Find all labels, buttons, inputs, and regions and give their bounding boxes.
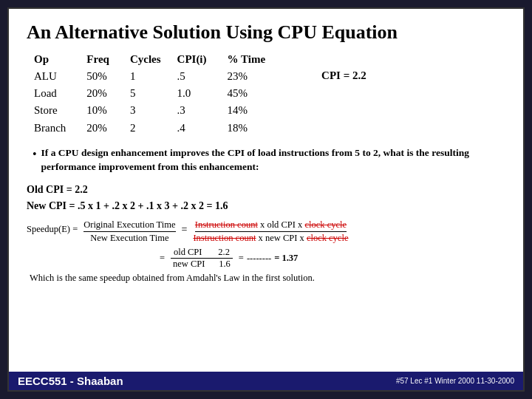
col-freq: Freq 50% 20% 10% 20%	[86, 51, 109, 137]
slide: An Alternative Solution Using CPU Equati…	[7, 7, 525, 392]
col-cycles: Cycles 1 5 3 2	[130, 51, 161, 137]
final-val-text: --------	[247, 253, 271, 265]
old-new-row: = old CPI 2.2 new CPI 1.6 = -------- = 1…	[160, 247, 505, 270]
col-cpi-alu: .5	[177, 68, 207, 85]
footer-bar: EECC551 - Shaaban #57 Lec #1 Winter 2000…	[9, 372, 523, 390]
col-freq-branch: 20%	[86, 120, 109, 137]
frac2-num-text: Instruction count x old CPI x clock cycl…	[195, 219, 347, 230]
col-freq-store: 10%	[86, 102, 109, 119]
col-op-load: Load	[34, 85, 66, 102]
col-cpi-header: CPI(i)	[177, 51, 207, 68]
col-op-alu: ALU	[34, 68, 66, 85]
which-same: Which is the same speedup obtained from …	[30, 273, 505, 284]
col-pct-branch: 18%	[228, 120, 266, 137]
col-op-store: Store	[34, 102, 66, 119]
frac2-den-strike: Instruction count	[193, 233, 256, 243]
col-cpi-store: .3	[177, 102, 207, 119]
speedup-section: Speedup(E) = Original Execution Time New…	[27, 219, 505, 244]
speedup-frac2: Instruction count x old CPI x clock cycl…	[193, 219, 348, 244]
final-frac-top-val: 2.2	[218, 247, 230, 257]
old-new-cpi: Old CPI = 2.2 New CPI = .5 x 1 + .2 x 2 …	[27, 182, 505, 215]
slide-title: An Alternative Solution Using CPU Equati…	[27, 22, 505, 44]
final-frac: old CPI 2.2 new CPI 1.6	[170, 247, 233, 270]
col-freq-alu: 50%	[86, 68, 109, 85]
col-pct-load: 45%	[228, 85, 266, 102]
frac2-den: Instruction count x new CPI x clock cycl…	[193, 232, 348, 244]
col-pct: % Time 23% 45% 14% 18%	[228, 51, 266, 137]
col-pct-store: 14%	[228, 102, 266, 119]
col-cpi-branch: .4	[177, 120, 207, 137]
equals3: =	[239, 253, 244, 264]
frac2-num: Instruction count x old CPI x clock cycl…	[195, 219, 347, 232]
cpi-eq: CPI = 2.2	[321, 69, 366, 82]
col-op-header: Op	[34, 51, 66, 68]
col-pct-header: % Time	[228, 51, 266, 68]
equals2: =	[160, 253, 165, 264]
old-cpi-line: Old CPI = 2.2	[27, 182, 505, 198]
final-frac-top-label: old CPI	[174, 247, 202, 257]
col-freq-load: 20%	[86, 85, 109, 102]
speedup-label: Speedup(E) =	[27, 219, 78, 235]
old-new-section: = old CPI 2.2 new CPI 1.6 = -------- = 1…	[27, 247, 505, 270]
speedup-frac1: Original Execution Time New Execution Ti…	[83, 219, 175, 244]
new-cpi-line: New CPI = .5 x 1 + .2 x 2 + .1 x 3 + .2 …	[27, 198, 505, 214]
col-op: Op ALU Load Store Branch	[34, 51, 66, 137]
footer-title: EECC551 - Shaaban	[18, 375, 123, 387]
col-freq-header: Freq	[86, 51, 109, 68]
table-right: Op ALU Load Store Branch Freq 50% 20% 10…	[34, 51, 366, 137]
frac1-num: Original Execution Time	[83, 219, 175, 232]
col-cycles-store: 3	[130, 102, 161, 119]
col-cpi-load: 1.0	[177, 85, 207, 102]
bullet-text: If a CPU design enhancement improves the…	[41, 146, 505, 174]
final-frac-top: old CPI 2.2	[171, 247, 233, 259]
frac2-den-clock-strike: clock cycle	[307, 233, 349, 243]
col-cycles-load: 5	[130, 85, 161, 102]
col-cpi: CPI(i) .5 1.0 .3 .4	[177, 51, 207, 137]
table-section: Op ALU Load Store Branch Freq 50% 20% 10…	[34, 51, 505, 137]
col-cycles-header: Cycles	[130, 51, 161, 68]
col-cycles-alu: 1	[130, 68, 161, 85]
col-pct-alu: 23%	[228, 68, 266, 85]
footer-sub: #57 Lec #1 Winter 2000 11-30-2000	[396, 377, 514, 385]
frac1-den: New Execution Time	[90, 232, 168, 244]
bullet-row: • If a CPU design enhancement improves t…	[33, 146, 505, 174]
final-frac-bot-label: new CPI	[173, 259, 205, 269]
frac2-den-rest: x new CPI x	[259, 233, 307, 243]
final-frac-bot: new CPI 1.6	[170, 259, 233, 270]
bullet-section: • If a CPU design enhancement improves t…	[27, 146, 505, 174]
equals1: =	[182, 219, 188, 236]
final-frac-bot-val: 1.6	[219, 259, 231, 269]
final-val: = 1.37	[274, 253, 298, 264]
col-cycles-branch: 2	[130, 120, 161, 137]
bullet-icon: •	[33, 146, 37, 163]
col-op-branch: Branch	[34, 120, 66, 137]
